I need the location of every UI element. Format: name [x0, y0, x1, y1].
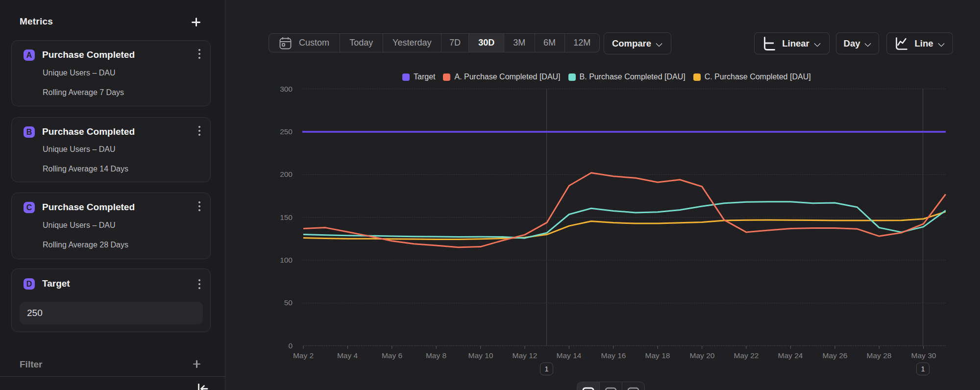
svg-text:May 20: May 20 — [690, 351, 715, 360]
svg-text:May 24: May 24 — [778, 351, 803, 360]
svg-text:100: 100 — [280, 256, 293, 264]
svg-text:May 10: May 10 — [468, 351, 493, 360]
svg-text:May 16: May 16 — [601, 351, 626, 360]
svg-text:250: 250 — [280, 127, 293, 136]
svg-text:May 14: May 14 — [557, 351, 582, 360]
svg-text:May 28: May 28 — [867, 351, 892, 360]
svg-text:May 18: May 18 — [645, 351, 670, 360]
svg-text:May 6: May 6 — [382, 351, 402, 360]
svg-text:0: 0 — [288, 341, 293, 350]
svg-text:May 12: May 12 — [513, 351, 538, 360]
svg-text:150: 150 — [280, 213, 293, 221]
svg-text:300: 300 — [280, 85, 293, 93]
svg-text:May 2: May 2 — [293, 351, 314, 360]
svg-text:May 26: May 26 — [823, 351, 848, 360]
svg-text:May 30: May 30 — [911, 351, 936, 360]
svg-text:50: 50 — [284, 298, 293, 307]
svg-text:May 4: May 4 — [337, 351, 358, 360]
svg-text:May 22: May 22 — [734, 351, 759, 360]
svg-text:May 8: May 8 — [426, 351, 446, 360]
svg-text:200: 200 — [280, 170, 293, 178]
